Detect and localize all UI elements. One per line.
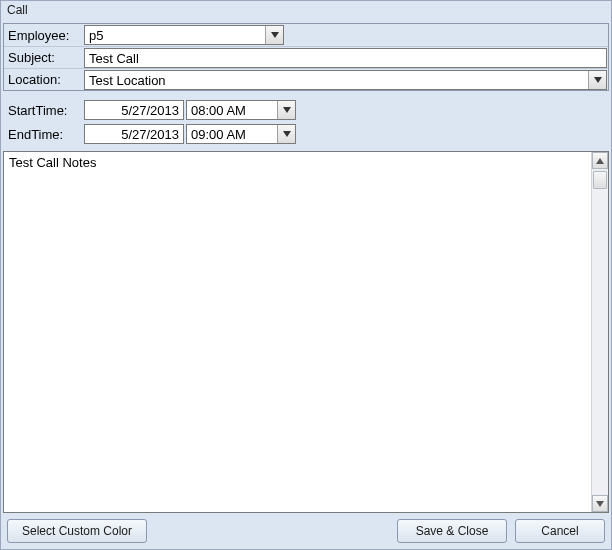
label-subject: Subject: bbox=[4, 50, 84, 65]
cancel-button[interactable]: Cancel bbox=[515, 519, 605, 543]
label-location: Location: bbox=[4, 72, 84, 87]
chevron-down-icon bbox=[596, 501, 604, 507]
employee-combo[interactable]: p5 bbox=[84, 25, 284, 45]
location-value: Test Location bbox=[85, 71, 588, 89]
scroll-up-button[interactable] bbox=[592, 152, 608, 169]
row-start-time: StartTime: 5/27/2013 08:00 AM bbox=[4, 98, 608, 122]
label-end-time: EndTime: bbox=[4, 127, 84, 142]
start-time-value: 08:00 AM bbox=[187, 101, 277, 119]
chevron-down-icon bbox=[283, 131, 291, 137]
row-subject: Subject: Test Call bbox=[4, 46, 608, 68]
chevron-down-icon bbox=[594, 77, 602, 83]
end-time-combo[interactable]: 09:00 AM bbox=[186, 124, 296, 144]
subject-input[interactable]: Test Call bbox=[84, 48, 607, 68]
location-combo[interactable]: Test Location bbox=[84, 70, 607, 90]
row-end-time: EndTime: 5/27/2013 09:00 AM bbox=[4, 122, 608, 146]
end-time-dropdown-button[interactable] bbox=[277, 125, 295, 143]
row-employee: Employee: p5 bbox=[4, 24, 608, 46]
time-section: StartTime: 5/27/2013 08:00 AM EndTime: 5… bbox=[3, 97, 609, 147]
employee-dropdown-button[interactable] bbox=[265, 26, 283, 44]
notes-scrollbar[interactable] bbox=[591, 152, 608, 512]
scroll-track[interactable] bbox=[592, 169, 608, 495]
cancel-label: Cancel bbox=[541, 524, 578, 538]
title-bar: Call bbox=[1, 1, 611, 23]
subject-value: Test Call bbox=[89, 51, 139, 66]
window-title: Call bbox=[7, 3, 28, 17]
start-date-value: 5/27/2013 bbox=[121, 103, 179, 118]
call-dialog: Call Employee: p5 Subject: Test Call Loc… bbox=[0, 0, 612, 550]
location-dropdown-button[interactable] bbox=[588, 71, 606, 89]
end-date-value: 5/27/2013 bbox=[121, 127, 179, 142]
form-section: Employee: p5 Subject: Test Call Location… bbox=[3, 23, 609, 91]
chevron-down-icon bbox=[283, 107, 291, 113]
row-location: Location: Test Location bbox=[4, 68, 608, 90]
notes-text: Test Call Notes bbox=[4, 152, 591, 512]
start-time-combo[interactable]: 08:00 AM bbox=[186, 100, 296, 120]
select-custom-color-button[interactable]: Select Custom Color bbox=[7, 519, 147, 543]
save-close-label: Save & Close bbox=[416, 524, 489, 538]
label-employee: Employee: bbox=[4, 28, 84, 43]
start-time-dropdown-button[interactable] bbox=[277, 101, 295, 119]
start-date-input[interactable]: 5/27/2013 bbox=[84, 100, 184, 120]
scroll-thumb[interactable] bbox=[593, 171, 607, 189]
end-time-value: 09:00 AM bbox=[187, 125, 277, 143]
employee-value: p5 bbox=[85, 26, 265, 44]
scroll-down-button[interactable] bbox=[592, 495, 608, 512]
select-custom-color-label: Select Custom Color bbox=[22, 524, 132, 538]
chevron-down-icon bbox=[271, 32, 279, 38]
end-date-input[interactable]: 5/27/2013 bbox=[84, 124, 184, 144]
save-close-button[interactable]: Save & Close bbox=[397, 519, 507, 543]
button-bar: Select Custom Color Save & Close Cancel bbox=[1, 513, 611, 549]
label-start-time: StartTime: bbox=[4, 103, 84, 118]
notes-area[interactable]: Test Call Notes bbox=[3, 151, 609, 513]
chevron-up-icon bbox=[596, 158, 604, 164]
